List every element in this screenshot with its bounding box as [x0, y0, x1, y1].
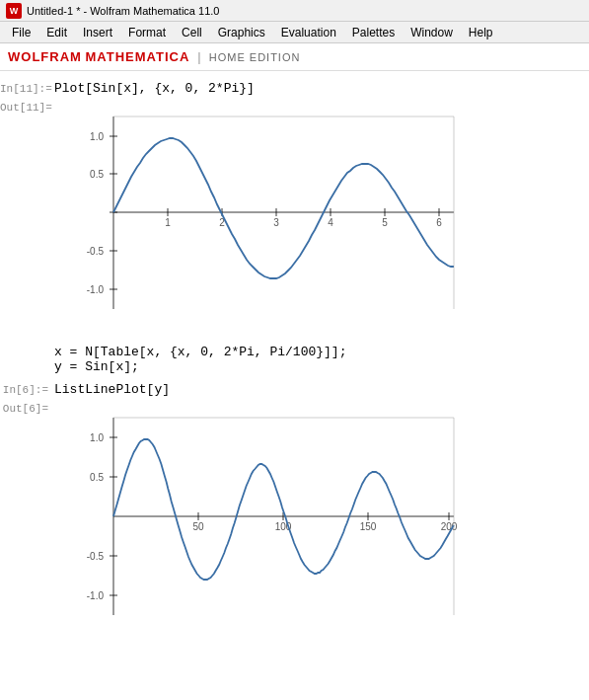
brand-edition: HOME EDITION: [209, 51, 301, 63]
svg-text:1.0: 1.0: [90, 432, 104, 443]
svg-rect-0: [113, 117, 454, 309]
menu-help[interactable]: Help: [461, 24, 501, 41]
svg-text:0.5: 0.5: [90, 169, 104, 180]
output-label-11: Out[11]=: [0, 100, 54, 114]
code-x[interactable]: x = N[Table[x, {x, 0, 2*Pi, Pi/100}]];: [54, 345, 589, 359]
input-label-11: In[11]:=: [0, 81, 54, 95]
window-title: Untitled-1 * - Wolfram Mathematica 11.0: [27, 5, 219, 17]
output-cell-6: Out[6]= 1.0 0.5 -0.5: [0, 401, 589, 639]
input-code-11[interactable]: Plot[Sin[x], {x, 0, 2*Pi}]: [54, 81, 589, 96]
sin-plot-svg: 1.0 0.5 -0.5 -1.0 1: [54, 102, 469, 329]
brand-mathematica: MATHEMATICA: [86, 49, 190, 64]
brand-wolfram: WOLFRAM: [8, 49, 82, 64]
title-bar: W Untitled-1 * - Wolfram Mathematica 11.…: [0, 0, 589, 22]
menu-graphics[interactable]: Graphics: [210, 24, 273, 41]
svg-text:-1.0: -1.0: [87, 590, 105, 601]
input-cell-11: In[11]:= Plot[Sin[x], {x, 0, 2*Pi}]: [0, 81, 589, 96]
plot-sin-graph: 1.0 0.5 -0.5 -1.0 1: [54, 102, 589, 333]
svg-text:1: 1: [165, 217, 171, 228]
svg-text:50: 50: [192, 521, 204, 532]
menu-window[interactable]: Window: [403, 24, 461, 41]
input-code-6[interactable]: ListLinePlot[y]: [54, 382, 589, 397]
svg-text:4: 4: [328, 217, 333, 228]
svg-text:-0.5: -0.5: [87, 246, 105, 257]
svg-text:3: 3: [273, 217, 279, 228]
svg-text:150: 150: [360, 521, 377, 532]
listlineplot-svg: 1.0 0.5 -0.5 -1.0 50 100: [54, 403, 469, 635]
svg-text:1.0: 1.0: [90, 131, 104, 142]
output-cell-11: Out[11]= 1.0 0.5: [0, 100, 589, 333]
menu-insert[interactable]: Insert: [75, 24, 120, 41]
svg-text:6: 6: [436, 217, 442, 228]
svg-text:200: 200: [441, 521, 458, 532]
menu-file[interactable]: File: [4, 24, 38, 41]
code-y[interactable]: y = Sin[x];: [54, 359, 589, 374]
listlineplot-graph: 1.0 0.5 -0.5 -1.0 50 100: [54, 403, 589, 639]
menu-format[interactable]: Format: [120, 24, 174, 41]
menu-cell[interactable]: Cell: [174, 24, 210, 41]
output-label-6: Out[6]=: [0, 401, 54, 415]
brand-bar: WOLFRAM MATHEMATICA | HOME EDITION: [0, 43, 589, 71]
svg-text:5: 5: [382, 217, 388, 228]
svg-text:-0.5: -0.5: [87, 551, 105, 562]
code-block-xy: x = N[Table[x, {x, 0, 2*Pi, Pi/100}]]; y…: [54, 345, 589, 374]
menu-edit[interactable]: Edit: [38, 24, 75, 41]
svg-text:0.5: 0.5: [90, 472, 104, 483]
brand-separator: |: [197, 49, 200, 64]
svg-text:-1.0: -1.0: [87, 284, 105, 295]
input-cell-6: In[6]:= ListLinePlot[y]: [0, 382, 589, 397]
menu-palettes[interactable]: Palettes: [344, 24, 403, 41]
menu-evaluation[interactable]: Evaluation: [273, 24, 344, 41]
notebook: In[11]:= Plot[Sin[x], {x, 0, 2*Pi}] Out[…: [0, 71, 589, 700]
input-label-6: In[6]:=: [0, 382, 54, 396]
app-icon: W: [6, 3, 22, 19]
menu-bar: File Edit Insert Format Cell Graphics Ev…: [0, 22, 589, 43]
